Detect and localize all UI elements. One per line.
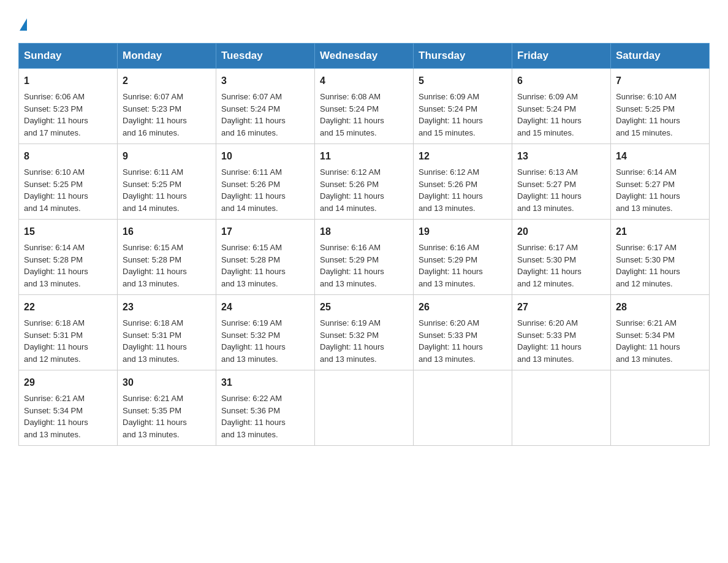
day-info: Sunrise: 6:21 AM Sunset: 5:34 PM Dayligh… — [616, 317, 704, 365]
day-info: Sunrise: 6:22 AM Sunset: 5:36 PM Dayligh… — [221, 393, 309, 440]
calendar-cell — [512, 370, 611, 446]
week-row-2: 8 Sunrise: 6:10 AM Sunset: 5:25 PM Dayli… — [19, 144, 710, 220]
calendar-cell: 23 Sunrise: 6:18 AM Sunset: 5:31 PM Dayl… — [118, 295, 216, 370]
page-header — [18, 18, 710, 31]
day-number: 3 — [221, 74, 309, 88]
day-number: 26 — [419, 300, 507, 315]
day-info: Sunrise: 6:11 AM Sunset: 5:25 PM Dayligh… — [123, 166, 211, 214]
day-number: 9 — [123, 149, 211, 164]
day-info: Sunrise: 6:18 AM Sunset: 5:31 PM Dayligh… — [123, 317, 211, 365]
day-number: 16 — [123, 224, 211, 239]
day-info: Sunrise: 6:09 AM Sunset: 5:24 PM Dayligh… — [419, 91, 507, 139]
day-number: 14 — [616, 149, 704, 164]
day-info: Sunrise: 6:19 AM Sunset: 5:32 PM Dayligh… — [221, 317, 309, 365]
day-number: 23 — [123, 300, 211, 315]
calendar-cell — [315, 370, 414, 446]
calendar-cell: 10 Sunrise: 6:11 AM Sunset: 5:26 PM Dayl… — [216, 144, 315, 220]
calendar-cell: 19 Sunrise: 6:16 AM Sunset: 5:29 PM Dayl… — [414, 220, 512, 295]
day-info: Sunrise: 6:18 AM Sunset: 5:31 PM Dayligh… — [24, 317, 112, 365]
day-number: 31 — [221, 375, 309, 390]
day-info: Sunrise: 6:17 AM Sunset: 5:30 PM Dayligh… — [517, 242, 605, 289]
day-number: 18 — [320, 224, 408, 239]
day-info: Sunrise: 6:15 AM Sunset: 5:28 PM Dayligh… — [221, 242, 309, 289]
day-info: Sunrise: 6:06 AM Sunset: 5:23 PM Dayligh… — [24, 91, 112, 139]
day-info: Sunrise: 6:14 AM Sunset: 5:28 PM Dayligh… — [24, 242, 112, 289]
day-info: Sunrise: 6:14 AM Sunset: 5:27 PM Dayligh… — [616, 166, 704, 214]
day-info: Sunrise: 6:16 AM Sunset: 5:29 PM Dayligh… — [419, 242, 507, 289]
day-info: Sunrise: 6:11 AM Sunset: 5:26 PM Dayligh… — [221, 166, 309, 214]
calendar-cell — [611, 370, 710, 446]
calendar-cell: 26 Sunrise: 6:20 AM Sunset: 5:33 PM Dayl… — [414, 295, 512, 370]
day-number: 24 — [221, 300, 309, 315]
calendar-cell: 17 Sunrise: 6:15 AM Sunset: 5:28 PM Dayl… — [216, 220, 315, 295]
calendar-cell: 27 Sunrise: 6:20 AM Sunset: 5:33 PM Dayl… — [512, 295, 611, 370]
calendar-cell: 20 Sunrise: 6:17 AM Sunset: 5:30 PM Dayl… — [512, 220, 611, 295]
calendar-cell: 28 Sunrise: 6:21 AM Sunset: 5:34 PM Dayl… — [611, 295, 710, 370]
calendar-cell: 8 Sunrise: 6:10 AM Sunset: 5:25 PM Dayli… — [19, 144, 118, 220]
day-number: 20 — [517, 224, 605, 239]
calendar-cell: 6 Sunrise: 6:09 AM Sunset: 5:24 PM Dayli… — [512, 69, 611, 144]
day-number: 19 — [419, 224, 507, 239]
day-info: Sunrise: 6:21 AM Sunset: 5:34 PM Dayligh… — [24, 393, 112, 440]
calendar-cell: 9 Sunrise: 6:11 AM Sunset: 5:25 PM Dayli… — [118, 144, 216, 220]
day-number: 2 — [123, 74, 211, 88]
header-wednesday: Wednesday — [315, 44, 414, 69]
day-number: 6 — [517, 74, 605, 88]
day-number: 13 — [517, 149, 605, 164]
calendar-cell: 11 Sunrise: 6:12 AM Sunset: 5:26 PM Dayl… — [315, 144, 414, 220]
header-sunday: Sunday — [19, 44, 118, 69]
header-monday: Monday — [118, 44, 216, 69]
day-info: Sunrise: 6:13 AM Sunset: 5:27 PM Dayligh… — [517, 166, 605, 214]
day-info: Sunrise: 6:10 AM Sunset: 5:25 PM Dayligh… — [616, 91, 704, 139]
day-number: 27 — [517, 300, 605, 315]
day-info: Sunrise: 6:15 AM Sunset: 5:28 PM Dayligh… — [123, 242, 211, 289]
day-number: 1 — [24, 74, 112, 88]
day-info: Sunrise: 6:21 AM Sunset: 5:35 PM Dayligh… — [123, 393, 211, 440]
calendar-cell: 24 Sunrise: 6:19 AM Sunset: 5:32 PM Dayl… — [216, 295, 315, 370]
calendar-cell: 18 Sunrise: 6:16 AM Sunset: 5:29 PM Dayl… — [315, 220, 414, 295]
calendar-cell: 22 Sunrise: 6:18 AM Sunset: 5:31 PM Dayl… — [19, 295, 118, 370]
calendar-cell: 12 Sunrise: 6:12 AM Sunset: 5:26 PM Dayl… — [414, 144, 512, 220]
calendar-cell: 13 Sunrise: 6:13 AM Sunset: 5:27 PM Dayl… — [512, 144, 611, 220]
week-row-5: 29 Sunrise: 6:21 AM Sunset: 5:34 PM Dayl… — [19, 370, 710, 446]
header-row: SundayMondayTuesdayWednesdayThursdayFrid… — [19, 44, 710, 69]
day-number: 7 — [616, 74, 704, 88]
day-number: 21 — [616, 224, 704, 239]
day-number: 22 — [24, 300, 112, 315]
day-info: Sunrise: 6:07 AM Sunset: 5:24 PM Dayligh… — [221, 91, 309, 139]
day-number: 4 — [320, 74, 408, 88]
calendar-cell: 29 Sunrise: 6:21 AM Sunset: 5:34 PM Dayl… — [19, 370, 118, 446]
week-row-3: 15 Sunrise: 6:14 AM Sunset: 5:28 PM Dayl… — [19, 220, 710, 295]
calendar-cell: 16 Sunrise: 6:15 AM Sunset: 5:28 PM Dayl… — [118, 220, 216, 295]
day-info: Sunrise: 6:07 AM Sunset: 5:23 PM Dayligh… — [123, 91, 211, 139]
day-info: Sunrise: 6:20 AM Sunset: 5:33 PM Dayligh… — [419, 317, 507, 365]
calendar-cell — [414, 370, 512, 446]
calendar-cell: 30 Sunrise: 6:21 AM Sunset: 5:35 PM Dayl… — [118, 370, 216, 446]
day-number: 25 — [320, 300, 408, 315]
calendar-cell: 4 Sunrise: 6:08 AM Sunset: 5:24 PM Dayli… — [315, 69, 414, 144]
calendar-cell: 31 Sunrise: 6:22 AM Sunset: 5:36 PM Dayl… — [216, 370, 315, 446]
week-row-1: 1 Sunrise: 6:06 AM Sunset: 5:23 PM Dayli… — [19, 69, 710, 144]
day-info: Sunrise: 6:19 AM Sunset: 5:32 PM Dayligh… — [320, 317, 408, 365]
day-number: 11 — [320, 149, 408, 164]
day-number: 5 — [419, 74, 507, 88]
day-info: Sunrise: 6:08 AM Sunset: 5:24 PM Dayligh… — [320, 91, 408, 139]
day-number: 10 — [221, 149, 309, 164]
calendar-cell: 25 Sunrise: 6:19 AM Sunset: 5:32 PM Dayl… — [315, 295, 414, 370]
header-saturday: Saturday — [611, 44, 710, 69]
calendar-cell: 1 Sunrise: 6:06 AM Sunset: 5:23 PM Dayli… — [19, 69, 118, 144]
day-info: Sunrise: 6:16 AM Sunset: 5:29 PM Dayligh… — [320, 242, 408, 289]
day-number: 28 — [616, 300, 704, 315]
week-row-4: 22 Sunrise: 6:18 AM Sunset: 5:31 PM Dayl… — [19, 295, 710, 370]
day-info: Sunrise: 6:10 AM Sunset: 5:25 PM Dayligh… — [24, 166, 112, 214]
logo — [18, 18, 27, 31]
logo-triangle-icon — [20, 18, 27, 31]
day-info: Sunrise: 6:12 AM Sunset: 5:26 PM Dayligh… — [320, 166, 408, 214]
calendar-cell: 7 Sunrise: 6:10 AM Sunset: 5:25 PM Dayli… — [611, 69, 710, 144]
day-number: 12 — [419, 149, 507, 164]
header-tuesday: Tuesday — [216, 44, 315, 69]
day-info: Sunrise: 6:17 AM Sunset: 5:30 PM Dayligh… — [616, 242, 704, 289]
calendar-cell: 14 Sunrise: 6:14 AM Sunset: 5:27 PM Dayl… — [611, 144, 710, 220]
day-info: Sunrise: 6:20 AM Sunset: 5:33 PM Dayligh… — [517, 317, 605, 365]
calendar-table: SundayMondayTuesdayWednesdayThursdayFrid… — [18, 43, 710, 446]
